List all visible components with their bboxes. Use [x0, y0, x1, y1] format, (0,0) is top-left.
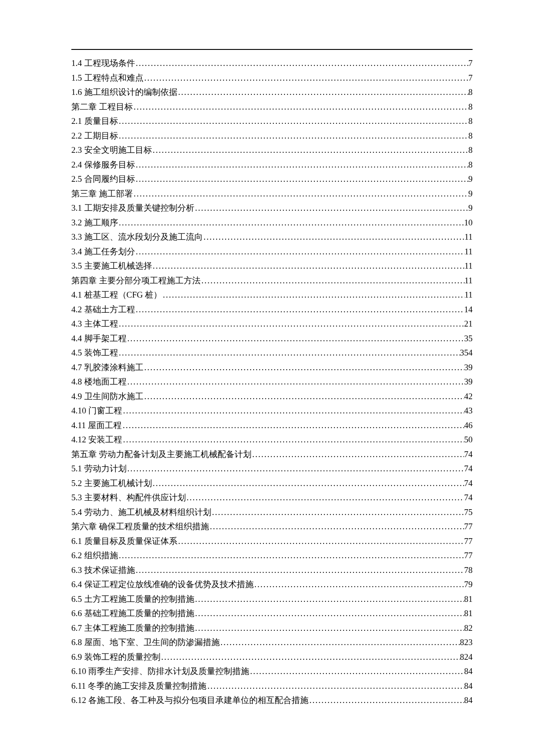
toc-entry-label: 4.3 主体工程: [71, 318, 118, 331]
toc-entry-label: 4.12 安装工程: [71, 433, 122, 446]
toc-entry: 3.2 施工顺序10: [71, 217, 473, 229]
toc-entry: 6.7 主体工程施工质量的控制措施82: [71, 622, 473, 635]
toc-entry-label: 6.7 主体工程施工质量的控制措施: [71, 622, 194, 635]
toc-entry: 4.4 脚手架工程35: [71, 332, 473, 345]
toc-entry-page: 43: [464, 405, 473, 417]
toc-leader-dots: [122, 405, 464, 417]
toc-entry-label: 3.3 施工区、流水段划分及施工流向: [71, 231, 203, 244]
toc-entry-label: 4.1 桩基工程（CFG 桩）: [71, 289, 162, 302]
toc-leader-dots: [144, 72, 469, 85]
toc-entry-label: 第五章 劳动力配备计划及主要施工机械配备计划: [71, 448, 251, 461]
toc-leader-dots: [144, 361, 465, 374]
toc-entry-label: 4.4 脚手架工程: [71, 332, 127, 345]
toc-entry-page: 9: [469, 188, 473, 200]
toc-entry-page: 354: [460, 347, 473, 360]
toc-entry: 2.5 合同履约目标9: [71, 173, 473, 186]
toc-leader-dots: [135, 303, 465, 316]
toc-entry: 5.1 劳动力计划 74: [71, 462, 473, 475]
toc-entry-page: 75: [464, 506, 473, 519]
toc-entry-page: 9: [469, 202, 473, 215]
toc-entry: 5.4 劳动力、施工机械及材料组织计划75: [71, 506, 473, 519]
toc-entry-page: 8: [469, 86, 473, 99]
toc-entry-page: 11: [465, 260, 473, 273]
toc-entry-page: 823: [460, 636, 473, 649]
toc-leader-dots: [144, 390, 465, 403]
toc-entry-page: 74: [464, 491, 473, 504]
toc-entry-label: 6.1 质量目标及质量保证体系: [71, 535, 177, 548]
toc-entry-page: 84: [464, 665, 473, 678]
toc-leader-dots: [127, 462, 465, 475]
toc-leader-dots: [135, 57, 469, 70]
toc-entry: 3.1 工期安排及质量关键控制分析9: [71, 202, 473, 215]
toc-leader-dots: [162, 289, 464, 302]
toc-entry-label: 5.3 主要材料、构配件供应计划: [71, 491, 186, 504]
toc-entry-label: 3.4 施工任务划分: [71, 245, 135, 258]
toc-entry-page: 11: [465, 274, 473, 287]
toc-entry: 4.7 乳胶漆涂料施工39: [71, 361, 473, 374]
toc-entry-page: 84: [464, 680, 473, 693]
toc-entry: 第三章 施工部署9: [71, 188, 473, 200]
toc-entry-label: 2.3 安全文明施工目标: [71, 144, 152, 157]
toc-entry: 4.8 楼地面工程39: [71, 376, 473, 388]
toc-entry-label: 6.6 基础工程施工质量的控制措施: [71, 607, 194, 620]
toc-entry: 6.10 雨季生产安排、防排水计划及质量控制措施84: [71, 665, 473, 678]
toc-entry-label: 3.1 工期安排及质量关键控制分析: [71, 202, 194, 215]
toc-entry-label: 3.5 主要施工机械选择: [71, 260, 152, 273]
toc-entry-label: 6.11 冬季的施工安排及质量控制措施: [71, 680, 206, 693]
toc-entry-label: 6.3 技术保证措施: [71, 564, 135, 577]
toc-entry-label: 2.4 保修服务目标: [71, 159, 135, 172]
toc-entry: 1.5 工程特点和难点7: [71, 72, 473, 85]
toc-entry-page: 39: [464, 361, 473, 374]
toc-leader-dots: [122, 419, 464, 432]
toc-entry: 第六章 确保工程质量的技术组织措施77: [71, 520, 473, 533]
toc-entry-label: 第二章 工程目标: [71, 101, 133, 114]
toc-leader-dots: [152, 477, 465, 490]
toc-entry-label: 2.1 质量目标: [71, 115, 118, 128]
toc-leader-dots: [211, 506, 465, 519]
toc-entry-page: 10: [464, 217, 473, 229]
toc-leader-dots: [122, 433, 464, 446]
toc-leader-dots: [203, 231, 465, 244]
toc-entry-page: 8: [469, 101, 473, 114]
toc-leader-dots: [118, 115, 469, 128]
toc-entry: 第五章 劳动力配备计划及主要施工机械配备计划74: [71, 448, 473, 461]
toc-entry-label: 1.5 工程特点和难点: [71, 72, 144, 85]
document-page: 1.4 工程现场条件71.5 工程特点和难点71.6 施工组织设计的编制依据8第…: [0, 0, 535, 736]
toc-leader-dots: [194, 202, 469, 215]
toc-leader-dots: [206, 680, 464, 693]
toc-entry-page: 39: [464, 376, 473, 388]
toc-entry: 5.3 主要材料、构配件供应计划74: [71, 491, 473, 504]
toc-entry-label: 6.10 雨季生产安排、防排水计划及质量控制措施: [71, 665, 249, 678]
toc-entry-label: 第四章 主要分部分项工程施工方法: [71, 274, 201, 287]
toc-entry-page: 74: [464, 448, 473, 461]
toc-leader-dots: [133, 188, 469, 200]
toc-entry-label: 4.10 门窗工程: [71, 405, 122, 417]
toc-entry-label: 5.2 主要施工机械计划: [71, 477, 152, 490]
toc-entry: 6.11 冬季的施工安排及质量控制措施84: [71, 680, 473, 693]
toc-entry: 4.11 屋面工程46: [71, 419, 473, 432]
toc-entry-page: 84: [464, 694, 473, 707]
toc-leader-dots: [177, 86, 469, 99]
toc-entry-label: 5.4 劳动力、施工机械及材料组织计划: [71, 506, 211, 519]
toc-leader-dots: [177, 535, 465, 548]
toc-leader-dots: [201, 274, 465, 287]
toc-entry: 6.5 土方工程施工质量的控制措施81: [71, 593, 473, 606]
toc-entry-page: 8: [469, 130, 473, 143]
toc-entry-label: 6.4 保证工程定位放线准确的设备优势及技术措施: [71, 578, 254, 591]
toc-leader-dots: [118, 217, 465, 229]
toc-entry-label: 5.1 劳动力计划: [71, 462, 127, 475]
toc-entry-page: 14: [464, 303, 473, 316]
toc-leader-dots: [133, 101, 469, 114]
toc-entry-page: 46: [464, 419, 473, 432]
toc-entry-label: 4.5 装饰工程: [71, 347, 118, 360]
toc-entry-label: 4.2 基础土方工程: [71, 303, 135, 316]
toc-leader-dots: [152, 144, 469, 157]
toc-entry-page: 8: [469, 144, 473, 157]
toc-entry-page: 79: [464, 578, 473, 591]
toc-entry-label: 6.9 装饰工程的质量控制: [71, 651, 160, 664]
toc-entry: 4.12 安装工程50: [71, 433, 473, 446]
toc-leader-dots: [127, 332, 465, 345]
toc-entry: 第二章 工程目标8: [71, 101, 473, 114]
toc-entry: 6.12 各施工段、各工种及与拟分包项目承建单位的相互配合措施84: [71, 694, 473, 707]
toc-entry-label: 1.6 施工组织设计的编制依据: [71, 86, 177, 99]
